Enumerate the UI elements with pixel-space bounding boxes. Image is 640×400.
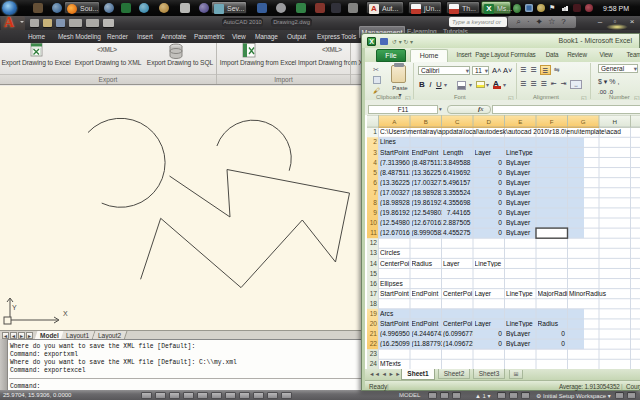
svg-text:Y: Y xyxy=(12,304,17,311)
svg-text:X: X xyxy=(63,310,68,317)
